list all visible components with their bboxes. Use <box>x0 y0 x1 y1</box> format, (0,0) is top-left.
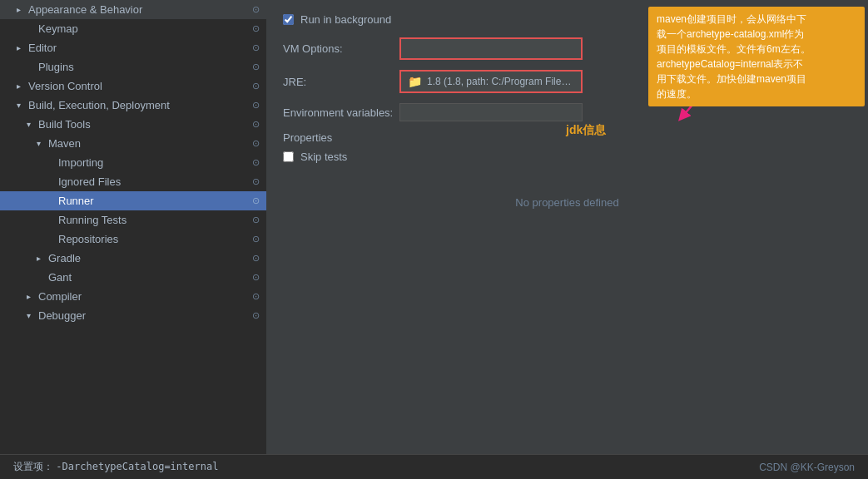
setting-value: -DarchetypeCatalog=internal <box>56 461 218 472</box>
sidebar-item-runner[interactable]: Runner ⊙ <box>0 191 266 210</box>
skip-tests-row: Skip tests <box>283 151 851 163</box>
no-properties-text: No properties defined <box>283 196 851 209</box>
sidebar-item-label: Plugins <box>38 61 252 73</box>
folder-icon: 📁 <box>408 75 422 88</box>
sidebar-item-label: Build Tools <box>38 118 252 131</box>
jre-label: JRE: <box>283 76 399 88</box>
csdn-label: CSDN @KK-Greyson <box>759 462 855 473</box>
arrow-icon: ▾ <box>27 120 38 129</box>
sync-icon: ⊙ <box>252 291 260 302</box>
sidebar-item-repositories[interactable]: Repositories ⊙ <box>0 230 266 249</box>
vm-options-label: VM Options: <box>283 42 399 55</box>
arrow-icon: ▾ <box>27 311 38 320</box>
sync-icon: ⊙ <box>252 157 260 168</box>
skip-tests-checkbox[interactable] <box>283 151 294 162</box>
sidebar-item-label: Importing <box>58 156 252 169</box>
arrow-icon: ▸ <box>17 5 28 14</box>
sidebar-item-gant[interactable]: Gant ⊙ <box>0 268 266 287</box>
sync-icon: ⊙ <box>252 176 260 187</box>
sidebar-item-plugins[interactable]: Plugins ⊙ <box>0 57 266 77</box>
arrow-icon: ▾ <box>37 139 48 148</box>
jre-value: 1.8 (1.8, path: C:/Program Files/Java <box>427 76 574 87</box>
sidebar-item-maven[interactable]: ▾ Maven ⊙ <box>0 134 266 153</box>
sync-icon: ⊙ <box>252 100 260 111</box>
sync-icon: ⊙ <box>252 81 260 91</box>
env-vars-input[interactable] <box>399 103 583 121</box>
arrow-icon: ▾ <box>17 101 28 110</box>
sidebar-item-build-exec-deploy[interactable]: ▾ Build, Execution, Deployment ⊙ <box>0 96 266 115</box>
sidebar-item-label: Debugger <box>38 309 252 322</box>
properties-section: Properties Skip tests No properties defi… <box>283 131 851 209</box>
sidebar-item-compiler[interactable]: ▸ Compiler ⊙ <box>0 287 266 306</box>
content-panel: Run in background VM Options: -Darchetyp… <box>266 0 868 454</box>
sidebar-item-label: Gant <box>48 271 252 284</box>
sidebar-item-label: Version Control <box>28 80 252 92</box>
sidebar-item-label: Repositories <box>58 233 252 245</box>
run-in-background-label: Run in background <box>300 13 391 26</box>
annotation-text: maven创建项目时，会从网络中下载一个archetype-catalog.xm… <box>657 13 811 100</box>
settings-sidebar: ▸ Appearance & Behavior ⊙ Keymap ⊙ ▸ Edi… <box>0 0 266 454</box>
sync-icon: ⊙ <box>252 23 260 34</box>
vm-options-input[interactable]: -DarchetypeCatalog=internal <box>399 37 583 60</box>
bottom-setting: 设置项： -DarchetypeCatalog=internal <box>13 460 218 474</box>
arrow-icon: ▸ <box>27 292 38 301</box>
sidebar-item-ignored-files[interactable]: Ignored Files ⊙ <box>0 172 266 191</box>
sync-icon: ⊙ <box>252 253 260 264</box>
arrow-icon: ▸ <box>17 43 28 52</box>
annotation-top-right: maven创建项目时，会从网络中下载一个archetype-catalog.xm… <box>648 7 865 106</box>
sidebar-item-version-control[interactable]: ▸ Version Control ⊙ <box>0 77 266 96</box>
sidebar-item-label: Gradle <box>48 252 252 264</box>
skip-tests-label: Skip tests <box>300 151 347 163</box>
jdk-info-text: jdk信息 <box>566 123 606 136</box>
arrow-icon: ▸ <box>17 81 28 91</box>
sidebar-item-label: Build, Execution, Deployment <box>28 99 252 111</box>
sync-icon: ⊙ <box>252 138 260 149</box>
sidebar-item-label: Editor <box>28 42 252 54</box>
bottom-bar: 设置项： -DarchetypeCatalog=internal CSDN @K… <box>0 454 868 479</box>
sync-icon: ⊙ <box>252 119 260 130</box>
sidebar-item-build-tools[interactable]: ▾ Build Tools ⊙ <box>0 115 266 134</box>
sidebar-item-debugger[interactable]: ▾ Debugger ⊙ <box>0 306 266 325</box>
sync-icon: ⊙ <box>252 42 260 53</box>
sync-icon: ⊙ <box>252 62 260 72</box>
sync-icon: ⊙ <box>252 4 260 15</box>
jre-selector[interactable]: 📁 1.8 (1.8, path: C:/Program Files/Java <box>399 70 583 93</box>
sidebar-item-gradle[interactable]: ▸ Gradle ⊙ <box>0 249 266 268</box>
sync-icon: ⊙ <box>252 215 260 225</box>
arrow-icon: ▸ <box>37 254 48 263</box>
sidebar-item-label: Keymap <box>38 22 252 35</box>
env-vars-label: Environment variables: <box>283 106 399 119</box>
sidebar-item-label: Running Tests <box>58 214 252 226</box>
sidebar-item-editor[interactable]: ▸ Editor ⊙ <box>0 38 266 57</box>
sidebar-item-label: Compiler <box>38 290 252 303</box>
sidebar-item-label: Ignored Files <box>58 175 252 188</box>
sidebar-item-label: Appearance & Behavior <box>28 3 252 16</box>
setting-label: 设置项： <box>13 461 53 472</box>
sidebar-item-keymap[interactable]: Keymap ⊙ <box>0 19 266 38</box>
sidebar-item-running-tests[interactable]: Running Tests ⊙ <box>0 210 266 230</box>
sync-icon: ⊙ <box>252 195 260 206</box>
sidebar-item-importing[interactable]: Importing ⊙ <box>0 153 266 172</box>
sync-icon: ⊙ <box>252 310 260 321</box>
run-in-background-checkbox[interactable] <box>283 14 294 25</box>
sidebar-item-label: Runner <box>58 195 252 207</box>
sync-icon: ⊙ <box>252 234 260 244</box>
sync-icon: ⊙ <box>252 272 260 283</box>
annotation-jdk: jdk信息 <box>566 123 606 138</box>
sidebar-item-appearance[interactable]: ▸ Appearance & Behavior ⊙ <box>0 0 266 19</box>
sidebar-item-label: Maven <box>48 137 252 150</box>
